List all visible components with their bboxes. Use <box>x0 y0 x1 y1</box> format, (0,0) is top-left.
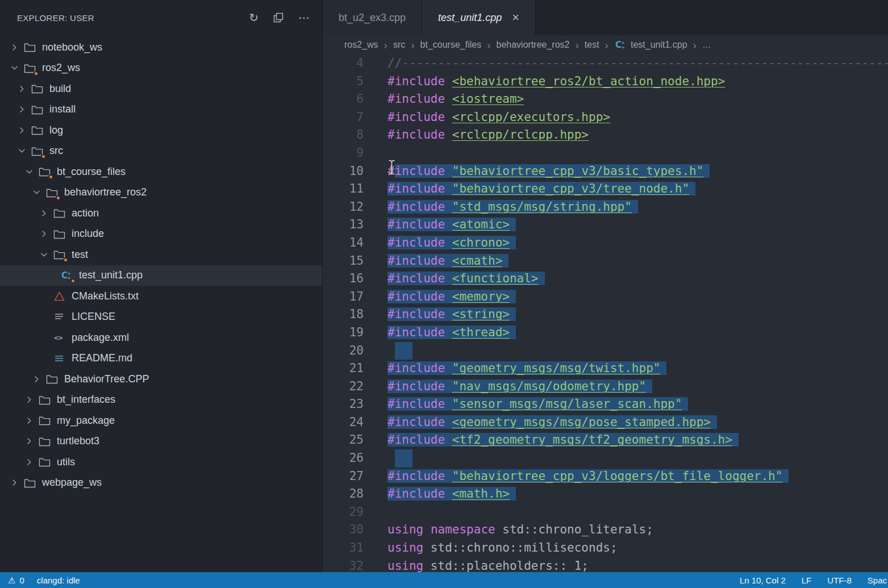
tree-item-bt_interfaces[interactable]: bt_interfaces <box>0 390 322 411</box>
tree-item-behaviortree_ros2[interactable]: behaviortree_ros2 <box>0 182 322 203</box>
tree-item-package.xml[interactable]: <>package.xml <box>0 327 322 348</box>
encoding-indicator[interactable]: UTF-8 <box>827 576 852 585</box>
code-line-17[interactable]: 17#include <memory> <box>323 288 888 306</box>
code-line-15[interactable]: 15#include <cmath> <box>323 252 888 270</box>
code-text: using std::chrono::milliseconds; <box>387 539 618 557</box>
tree-item-include[interactable]: include <box>0 224 322 245</box>
code-line-12[interactable]: 12#include "std_msgs/msg/string.hpp" <box>323 198 888 216</box>
cursor-position[interactable]: Ln 10, Col 2 <box>740 576 786 585</box>
code-line-11[interactable]: 11#include "behaviortree_cpp_v3/tree_nod… <box>323 180 888 198</box>
tree-item-notebook_ws[interactable]: notebook_ws <box>0 37 322 58</box>
chevron-icon[interactable] <box>36 251 51 259</box>
line-number: 21 <box>323 360 364 378</box>
breadcrumb-item[interactable]: ros2_ws <box>344 40 378 50</box>
code-line-32[interactable]: 32using std::placeholders::_1; <box>323 557 888 572</box>
chevron-icon[interactable] <box>29 188 44 197</box>
code-line-10[interactable]: 10#include "behaviortree_cpp_v3/basic_ty… <box>323 162 888 181</box>
code-line-20[interactable]: 20 <box>323 342 888 360</box>
code-line-9[interactable]: 9 <box>323 144 888 162</box>
collapse-folders-icon[interactable] <box>273 12 284 23</box>
code-line-18[interactable]: 18#include <string> <box>323 306 888 324</box>
code-line-21[interactable]: 21#include "geometry_msgs/msg/twist.hpp" <box>323 360 888 378</box>
problems-indicator[interactable]: ⚠ 0 <box>8 576 24 585</box>
line-number: 25 <box>323 431 364 449</box>
tree-item-README.md[interactable]: README.md <box>0 348 322 369</box>
close-icon[interactable]: × <box>512 11 519 24</box>
cpp-icon: C++ <box>60 269 73 282</box>
tree-item-CMakeLists.txt[interactable]: CMakeLists.txt <box>0 286 322 307</box>
tree-item-src[interactable]: src <box>0 141 322 162</box>
chevron-icon[interactable] <box>7 64 22 72</box>
code-line-28[interactable]: 28#include <math.h> <box>323 485 888 503</box>
code-token: std::chrono::milliseconds; <box>423 541 617 554</box>
chevron-icon[interactable] <box>29 375 44 383</box>
code-line-23[interactable]: 23#include "sensor_msgs/msg/laser_scan.h… <box>323 395 888 414</box>
chevron-icon[interactable] <box>22 168 36 176</box>
chevron-icon[interactable] <box>22 416 36 425</box>
breadcrumb-item[interactable]: test <box>585 40 599 50</box>
chevron-icon[interactable] <box>7 478 22 487</box>
chevron-icon[interactable] <box>7 43 22 52</box>
tree-item-install[interactable]: install <box>0 99 322 120</box>
chevron-icon[interactable] <box>22 437 36 445</box>
code-line-19[interactable]: 19#include <thread> <box>323 324 888 342</box>
code-area[interactable]: 4//-------------------------------------… <box>323 55 888 572</box>
code-line-27[interactable]: 27#include "behaviortree_cpp_v3/loggers/… <box>323 468 888 486</box>
tree-item-bt_course_files[interactable]: bt_course_files <box>0 161 322 182</box>
code-line-7[interactable]: 7#include <rclcpp/executors.hpp> <box>323 109 888 127</box>
tree-item-turtlebot3[interactable]: turtlebot3 <box>0 431 322 452</box>
tree-item-BehaviorTree.CPP[interactable]: BehaviorTree.CPP <box>0 369 322 390</box>
code-line-25[interactable]: 25#include <tf2_geometry_msgs/tf2_geomet… <box>323 431 888 449</box>
code-line-29[interactable]: 29 <box>323 503 888 522</box>
code-line-6[interactable]: 6#include <iostream> <box>323 90 888 109</box>
breadcrumb-item[interactable]: bt_course_files <box>420 40 482 50</box>
tab-test_unit1.cpp[interactable]: test_unit1.cpp× <box>422 0 536 35</box>
selection-highlight: #include <geometry_msgs/msg/pose_stamped… <box>387 415 717 429</box>
tree-item-LICENSE[interactable]: LICENSE <box>0 307 322 328</box>
tree-item-webpage_ws[interactable]: webpage_ws <box>0 473 322 494</box>
chevron-icon[interactable] <box>36 209 51 218</box>
folder-icon <box>37 394 51 406</box>
code-text: #include <chrono> <box>387 234 516 252</box>
code-line-13[interactable]: 13#include <atomic> <box>323 216 888 234</box>
chevron-icon[interactable] <box>14 105 29 114</box>
eol-indicator[interactable]: LF <box>802 576 812 585</box>
code-line-24[interactable]: 24#include <geometry_msgs/msg/pose_stamp… <box>323 414 888 432</box>
code-line-31[interactable]: 31using std::chrono::milliseconds; <box>323 539 888 557</box>
breadcrumb-item[interactable]: behaviortree_ros2 <box>497 40 570 50</box>
chevron-icon[interactable] <box>22 458 36 466</box>
code-line-30[interactable]: 30using namespace std::chrono_literals; <box>323 521 888 539</box>
tree-item-label: utils <box>57 456 75 468</box>
selection-highlight <box>395 342 412 360</box>
selection-highlight <box>395 449 412 468</box>
tree-item-test_unit1.cpp[interactable]: C++test_unit1.cpp <box>0 265 322 286</box>
breadcrumb-item[interactable]: C++test_unit1.cpp <box>614 39 687 51</box>
tree-item-build[interactable]: build <box>0 78 322 99</box>
breadcrumb-item[interactable]: … <box>702 40 711 50</box>
code-line-16[interactable]: 16#include <functional> <box>323 270 888 288</box>
tree-item-ros2_ws[interactable]: ros2_ws <box>0 58 322 79</box>
code-line-26[interactable]: 26 <box>323 449 888 468</box>
chevron-icon[interactable] <box>14 147 29 155</box>
tree-item-utils[interactable]: utils <box>0 452 322 473</box>
more-actions-icon[interactable]: ⋯ <box>298 12 310 23</box>
tree-item-action[interactable]: action <box>0 203 322 224</box>
tree-item-log[interactable]: log <box>0 120 322 141</box>
chevron-icon[interactable] <box>36 230 51 238</box>
indentation-indicator[interactable]: Spac <box>868 576 887 585</box>
breadcrumb-item[interactable]: src <box>393 40 405 50</box>
code-line-22[interactable]: 22#include "nav_msgs/msg/odometry.hpp" <box>323 378 888 396</box>
selection-highlight: #include "geometry_msgs/msg/twist.hpp" <box>387 361 666 375</box>
chevron-icon[interactable] <box>22 395 36 404</box>
code-line-4[interactable]: 4//-------------------------------------… <box>323 55 888 73</box>
tree-item-test[interactable]: test <box>0 244 322 265</box>
clangd-status[interactable]: clangd: idle <box>37 576 80 585</box>
code-line-8[interactable]: 8#include <rclcpp/rclcpp.hpp> <box>323 126 888 144</box>
tree-item-my_package[interactable]: my_package <box>0 410 322 431</box>
code-line-5[interactable]: 5#include <behaviortree_ros2/bt_action_n… <box>323 73 888 91</box>
refresh-icon[interactable]: ↻ <box>249 12 259 23</box>
chevron-icon[interactable] <box>14 85 29 93</box>
code-line-14[interactable]: 14#include <chrono> <box>323 234 888 252</box>
chevron-icon[interactable] <box>14 126 29 135</box>
tab-bt_u2_ex3.cpp[interactable]: bt_u2_ex3.cpp <box>323 0 422 35</box>
